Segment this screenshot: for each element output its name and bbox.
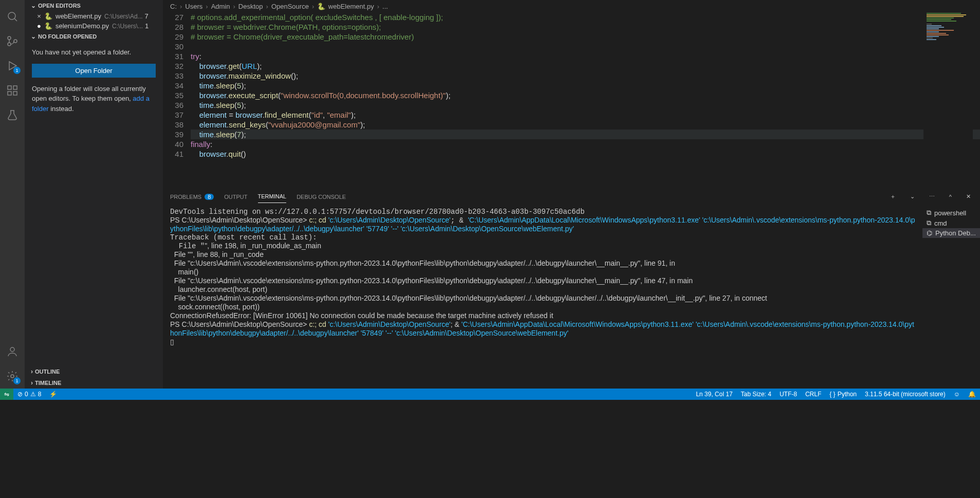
outline-header[interactable]: ›OUTLINE <box>25 366 163 377</box>
tab-terminal[interactable]: TERMINAL <box>258 190 287 203</box>
status-bell-icon[interactable]: 🔔 <box>964 391 980 398</box>
status-cursor[interactable]: Ln 39, Col 17 <box>692 391 736 398</box>
tab-debug-console[interactable]: DEBUG CONSOLE <box>297 191 346 203</box>
line-gutter: 272829303132333435363738394041 <box>163 12 191 187</box>
python-file-icon: 🐍 <box>44 12 52 20</box>
source-control-icon[interactable] <box>0 29 25 53</box>
file-path: C:\Users\... <box>112 23 143 30</box>
editor-area[interactable]: 272829303132333435363738394041 # options… <box>163 12 980 187</box>
status-encoding[interactable]: UTF-8 <box>775 391 801 398</box>
status-python-version[interactable]: 3.11.5 64-bit (microsoft store) <box>861 391 950 398</box>
terminal-item[interactable]: ⌬Python Deb... <box>922 228 980 238</box>
svg-point-3 <box>8 43 11 46</box>
python-file-icon: 🐍 <box>44 22 52 30</box>
breadcrumb-seg[interactable]: Desktop <box>238 3 263 10</box>
terminal-output[interactable]: DevTools listening on ws://127.0.0.1:577… <box>163 206 922 389</box>
accounts-icon[interactable] <box>0 339 25 364</box>
remote-button[interactable]: ⇋ <box>0 389 13 400</box>
python-file-icon: 🐍 <box>317 3 325 10</box>
open-folder-button[interactable]: Open Folder <box>32 64 156 78</box>
breadcrumb-seg[interactable]: OpenSource <box>271 3 309 10</box>
file-path: C:\Users\Ad... <box>104 13 143 20</box>
settings-icon[interactable]: 1 <box>0 364 25 389</box>
open-editors-header[interactable]: ⌄OPEN EDITORS <box>25 0 163 11</box>
problem-count: 7 <box>145 12 149 20</box>
terminal-list: ⧉powershell⧉cmd⌬Python Deb... <box>922 206 980 389</box>
tab-problems[interactable]: PROBLEMS8 <box>170 191 214 203</box>
close-panel-icon[interactable]: ✕ <box>964 193 973 200</box>
status-bar: ⇋ ⊘ 0 ⚠ 8 ⚡ Ln 39, Col 17 Tab Size: 4 UT… <box>0 389 980 400</box>
svg-rect-6 <box>8 86 11 89</box>
svg-point-10 <box>10 347 14 352</box>
code-content[interactable]: # options.add_experimental_option( exclu… <box>191 12 980 187</box>
no-folder-body: You have not yet opened a folder. Open F… <box>25 42 163 119</box>
modified-dot-icon[interactable]: ● <box>35 22 43 30</box>
file-name: webElement.py <box>56 12 101 20</box>
terminal-label: cmd <box>934 219 947 227</box>
new-terminal-icon[interactable]: ＋ <box>888 193 898 200</box>
file-name: seleniumDemo.py <box>56 22 109 30</box>
problem-count: 1 <box>145 22 149 30</box>
terminal-item[interactable]: ⧉cmd <box>922 218 980 228</box>
extensions-icon[interactable] <box>0 78 25 103</box>
terminal-type-icon: ⧉ <box>927 219 931 227</box>
testing-icon[interactable] <box>0 103 25 127</box>
terminal-type-icon: ⧉ <box>927 209 931 217</box>
no-folder-hint: Opening a folder will close all currentl… <box>32 84 156 114</box>
app-root: 1 1 ⌄OPEN EDITORS ×🐍webElement.pyC:\User… <box>0 0 980 389</box>
status-port[interactable]: ⚡ <box>45 391 61 398</box>
breadcrumb-seg[interactable]: ... <box>382 3 388 10</box>
status-language[interactable]: { } Python <box>825 391 861 398</box>
maximize-icon[interactable]: ^ <box>947 194 954 200</box>
svg-rect-8 <box>8 91 11 95</box>
svg-line-1 <box>14 19 17 21</box>
breadcrumb-seg[interactable]: 🐍 webElement.py <box>317 3 374 10</box>
terminal-dropdown-icon[interactable]: ⌄ <box>908 193 917 200</box>
svg-rect-9 <box>13 91 17 95</box>
terminal-label: powershell <box>934 209 966 217</box>
sidebar: ⌄OPEN EDITORS ×🐍webElement.pyC:\Users\Ad… <box>25 0 163 389</box>
status-eol[interactable]: CRLF <box>801 391 825 398</box>
activity-bar: 1 1 <box>0 0 25 389</box>
run-debug-icon[interactable]: 1 <box>0 53 25 78</box>
open-editor-item[interactable]: ×🐍webElement.pyC:\Users\Ad...7 <box>25 11 163 21</box>
status-feedback-icon[interactable]: ☺ <box>950 391 964 398</box>
search-icon[interactable] <box>0 4 25 29</box>
open-editor-item[interactable]: ●🐍seleniumDemo.pyC:\Users\...1 <box>25 21 163 31</box>
editor-group: C:›Users›Admin›Desktop›OpenSource›🐍 webE… <box>163 0 980 389</box>
more-icon[interactable]: ⋯ <box>927 193 937 200</box>
minimap[interactable] <box>923 12 973 187</box>
breadcrumb-seg[interactable]: C: <box>170 3 177 10</box>
terminal-type-icon: ⌬ <box>927 229 932 237</box>
no-folder-message: You have not yet opened a folder. <box>32 47 156 58</box>
breadcrumb-seg[interactable]: Admin <box>211 3 230 10</box>
svg-rect-7 <box>13 86 17 89</box>
status-problems[interactable]: ⊘ 0 ⚠ 8 <box>13 391 45 398</box>
terminal-label: Python Deb... <box>935 229 976 237</box>
terminal-item[interactable]: ⧉powershell <box>922 208 980 218</box>
breadcrumb-seg[interactable]: Users <box>185 3 202 10</box>
timeline-header[interactable]: ›TIMELINE <box>25 377 163 389</box>
svg-point-11 <box>11 375 14 378</box>
svg-point-2 <box>8 36 11 40</box>
panel-tabs: PROBLEMS8 OUTPUT TERMINAL DEBUG CONSOLE … <box>163 188 980 206</box>
no-folder-header[interactable]: ⌄NO FOLDER OPENED <box>25 31 163 42</box>
svg-point-0 <box>8 12 15 20</box>
close-icon[interactable]: × <box>35 12 43 20</box>
bottom-panel: PROBLEMS8 OUTPUT TERMINAL DEBUG CONSOLE … <box>163 187 980 389</box>
status-tabsize[interactable]: Tab Size: 4 <box>737 391 775 398</box>
svg-point-4 <box>14 40 17 43</box>
breadcrumb[interactable]: C:›Users›Admin›Desktop›OpenSource›🐍 webE… <box>163 0 980 12</box>
tab-output[interactable]: OUTPUT <box>224 191 247 203</box>
